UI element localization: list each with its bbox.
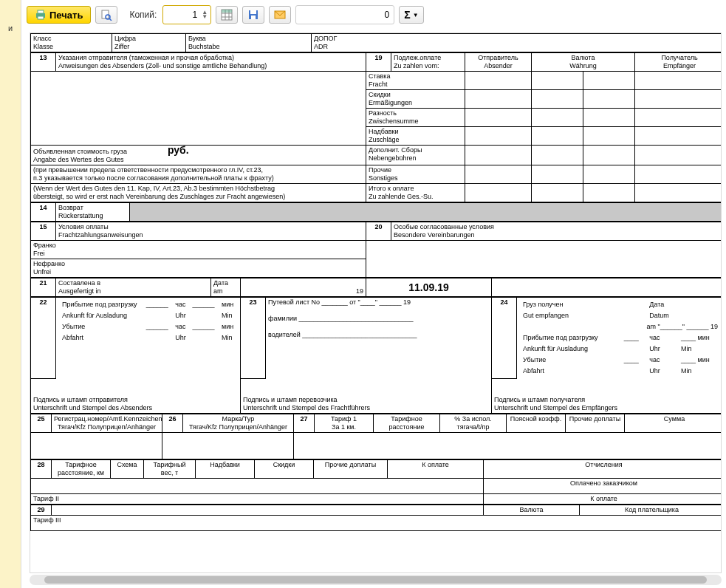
magnifier-icon: [100, 9, 112, 21]
svg-rect-2: [38, 16, 44, 19]
section-15-20: 15 Условия оплатыFrachtzahlungsanweisung…: [30, 222, 722, 278]
preview-button[interactable]: [95, 6, 117, 24]
svg-rect-1: [38, 10, 44, 13]
print-button[interactable]: Печать: [27, 6, 91, 24]
sigma-icon: Σ: [404, 9, 410, 21]
envelope-icon: [274, 9, 286, 21]
section-28: 28 Тарифное расстояние, км Схема Тарифны…: [30, 459, 722, 505]
svg-rect-14: [251, 16, 256, 19]
print-label: Печать: [49, 10, 83, 21]
sum-dropdown[interactable]: Σ ▼: [399, 6, 423, 24]
section-13-19: 13 Указания отправителя (таможенная и пр…: [30, 52, 722, 202]
adr-header-table: КлассKlasse ЦифраZiffer БукваBuchstabe Д…: [30, 33, 722, 52]
copies-label: Копий:: [129, 10, 157, 20]
cmr-form: КлассKlasse ЦифраZiffer БукваBuchstabe Д…: [30, 33, 722, 531]
page-number-value: 0: [385, 10, 390, 20]
section-29: 29 Валюта Код плательщика Тариф III: [30, 505, 722, 531]
left-tab-label: и: [0, 24, 21, 33]
svg-rect-11: [222, 10, 232, 13]
section-13-num: 13: [31, 53, 56, 72]
page-number-box[interactable]: 0: [295, 5, 394, 24]
section-14: 14 ВозвратRückerstattung: [30, 202, 722, 222]
svg-rect-13: [250, 10, 256, 14]
date-value: 11.09.19: [366, 278, 492, 297]
left-panel: и: [0, 0, 21, 588]
copies-input[interactable]: [166, 9, 199, 21]
printer-icon: [35, 9, 47, 21]
section-25-26-27: 25 Регистрац.номер/Amtl.KennzeichenТягач…: [30, 414, 722, 459]
email-button[interactable]: [269, 6, 291, 24]
section-22-23-24: 22 Прибытие под разгрузку______час______…: [30, 297, 722, 414]
save-button[interactable]: [242, 6, 264, 24]
chevron-down-icon: ▼: [413, 12, 419, 18]
grid-icon: [221, 9, 233, 21]
spinner-arrows-icon[interactable]: ▲▼: [202, 10, 208, 19]
section-21: 21 Составлена вAusgefertigt in Датаam 19…: [30, 278, 722, 297]
scrollbar-thumb[interactable]: [44, 576, 707, 584]
toolbar: Печать Копий: ▲▼ 0 Σ ▼: [27, 3, 723, 27]
document-viewport: КлассKlasse ЦифраZiffer БукваBuchstabe Д…: [30, 33, 722, 573]
horizontal-scrollbar[interactable]: [30, 575, 722, 585]
cells-button[interactable]: [216, 6, 238, 24]
section-19-num: 19: [366, 53, 391, 72]
copies-spinner[interactable]: ▲▼: [162, 5, 211, 24]
svg-line-5: [109, 18, 112, 21]
floppy-icon: [247, 9, 259, 21]
